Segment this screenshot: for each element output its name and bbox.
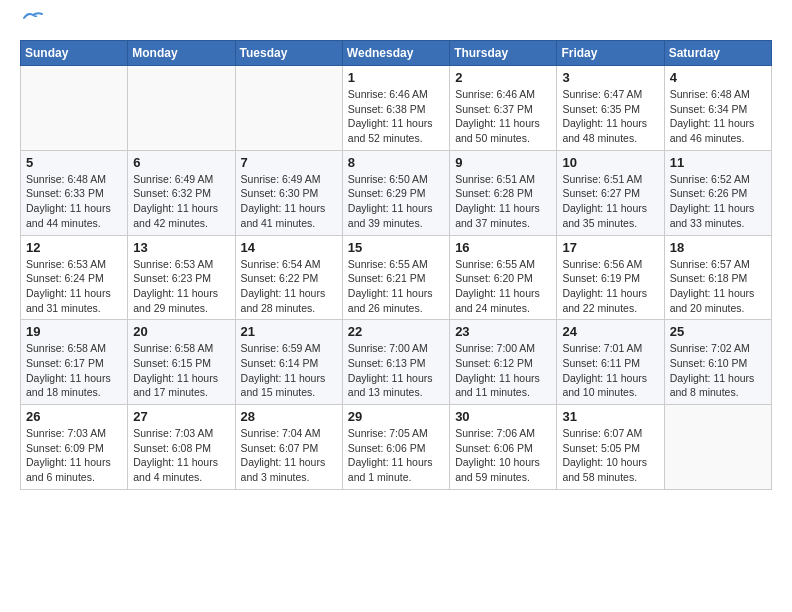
day-info: Sunrise: 6:47 AM Sunset: 6:35 PM Dayligh… <box>562 87 658 146</box>
day-info: Sunrise: 7:05 AM Sunset: 6:06 PM Dayligh… <box>348 426 444 485</box>
calendar-cell <box>128 66 235 151</box>
weekday-header-sunday: Sunday <box>21 41 128 66</box>
calendar-cell: 17Sunrise: 6:56 AM Sunset: 6:19 PM Dayli… <box>557 235 664 320</box>
weekday-header-row: SundayMondayTuesdayWednesdayThursdayFrid… <box>21 41 772 66</box>
day-info: Sunrise: 7:00 AM Sunset: 6:13 PM Dayligh… <box>348 341 444 400</box>
calendar-cell: 6Sunrise: 6:49 AM Sunset: 6:32 PM Daylig… <box>128 150 235 235</box>
calendar-cell: 30Sunrise: 7:06 AM Sunset: 6:06 PM Dayli… <box>450 405 557 490</box>
day-info: Sunrise: 7:03 AM Sunset: 6:09 PM Dayligh… <box>26 426 122 485</box>
day-info: Sunrise: 6:51 AM Sunset: 6:28 PM Dayligh… <box>455 172 551 231</box>
calendar-cell: 12Sunrise: 6:53 AM Sunset: 6:24 PM Dayli… <box>21 235 128 320</box>
weekday-header-monday: Monday <box>128 41 235 66</box>
calendar-table: SundayMondayTuesdayWednesdayThursdayFrid… <box>20 40 772 490</box>
calendar-cell: 15Sunrise: 6:55 AM Sunset: 6:21 PM Dayli… <box>342 235 449 320</box>
calendar-cell: 1Sunrise: 6:46 AM Sunset: 6:38 PM Daylig… <box>342 66 449 151</box>
day-number: 17 <box>562 240 658 255</box>
day-info: Sunrise: 6:54 AM Sunset: 6:22 PM Dayligh… <box>241 257 337 316</box>
weekday-header-tuesday: Tuesday <box>235 41 342 66</box>
calendar-week-row: 26Sunrise: 7:03 AM Sunset: 6:09 PM Dayli… <box>21 405 772 490</box>
day-number: 27 <box>133 409 229 424</box>
day-number: 21 <box>241 324 337 339</box>
day-number: 30 <box>455 409 551 424</box>
logo-bird-icon <box>22 10 44 24</box>
calendar-week-row: 19Sunrise: 6:58 AM Sunset: 6:17 PM Dayli… <box>21 320 772 405</box>
calendar-cell: 18Sunrise: 6:57 AM Sunset: 6:18 PM Dayli… <box>664 235 771 320</box>
weekday-header-saturday: Saturday <box>664 41 771 66</box>
weekday-header-wednesday: Wednesday <box>342 41 449 66</box>
calendar-cell <box>664 405 771 490</box>
day-number: 22 <box>348 324 444 339</box>
day-number: 11 <box>670 155 766 170</box>
day-number: 26 <box>26 409 122 424</box>
calendar-cell: 5Sunrise: 6:48 AM Sunset: 6:33 PM Daylig… <box>21 150 128 235</box>
day-number: 9 <box>455 155 551 170</box>
day-info: Sunrise: 6:49 AM Sunset: 6:32 PM Dayligh… <box>133 172 229 231</box>
day-info: Sunrise: 6:49 AM Sunset: 6:30 PM Dayligh… <box>241 172 337 231</box>
calendar-cell: 7Sunrise: 6:49 AM Sunset: 6:30 PM Daylig… <box>235 150 342 235</box>
calendar-cell: 16Sunrise: 6:55 AM Sunset: 6:20 PM Dayli… <box>450 235 557 320</box>
day-info: Sunrise: 6:59 AM Sunset: 6:14 PM Dayligh… <box>241 341 337 400</box>
day-number: 10 <box>562 155 658 170</box>
calendar-cell: 8Sunrise: 6:50 AM Sunset: 6:29 PM Daylig… <box>342 150 449 235</box>
calendar-cell: 25Sunrise: 7:02 AM Sunset: 6:10 PM Dayli… <box>664 320 771 405</box>
day-info: Sunrise: 6:46 AM Sunset: 6:38 PM Dayligh… <box>348 87 444 146</box>
day-info: Sunrise: 7:01 AM Sunset: 6:11 PM Dayligh… <box>562 341 658 400</box>
day-info: Sunrise: 6:55 AM Sunset: 6:21 PM Dayligh… <box>348 257 444 316</box>
day-number: 19 <box>26 324 122 339</box>
calendar-cell: 23Sunrise: 7:00 AM Sunset: 6:12 PM Dayli… <box>450 320 557 405</box>
weekday-header-friday: Friday <box>557 41 664 66</box>
day-number: 16 <box>455 240 551 255</box>
day-number: 8 <box>348 155 444 170</box>
calendar-cell: 4Sunrise: 6:48 AM Sunset: 6:34 PM Daylig… <box>664 66 771 151</box>
day-number: 3 <box>562 70 658 85</box>
calendar-cell: 10Sunrise: 6:51 AM Sunset: 6:27 PM Dayli… <box>557 150 664 235</box>
day-info: Sunrise: 6:07 AM Sunset: 5:05 PM Dayligh… <box>562 426 658 485</box>
day-info: Sunrise: 6:53 AM Sunset: 6:24 PM Dayligh… <box>26 257 122 316</box>
day-number: 24 <box>562 324 658 339</box>
day-number: 25 <box>670 324 766 339</box>
day-info: Sunrise: 7:03 AM Sunset: 6:08 PM Dayligh… <box>133 426 229 485</box>
day-info: Sunrise: 6:48 AM Sunset: 6:34 PM Dayligh… <box>670 87 766 146</box>
header <box>20 20 772 24</box>
day-info: Sunrise: 7:00 AM Sunset: 6:12 PM Dayligh… <box>455 341 551 400</box>
calendar-cell: 9Sunrise: 6:51 AM Sunset: 6:28 PM Daylig… <box>450 150 557 235</box>
day-info: Sunrise: 6:48 AM Sunset: 6:33 PM Dayligh… <box>26 172 122 231</box>
day-number: 2 <box>455 70 551 85</box>
weekday-header-thursday: Thursday <box>450 41 557 66</box>
day-info: Sunrise: 6:55 AM Sunset: 6:20 PM Dayligh… <box>455 257 551 316</box>
calendar-cell: 3Sunrise: 6:47 AM Sunset: 6:35 PM Daylig… <box>557 66 664 151</box>
day-number: 31 <box>562 409 658 424</box>
day-info: Sunrise: 6:46 AM Sunset: 6:37 PM Dayligh… <box>455 87 551 146</box>
day-number: 12 <box>26 240 122 255</box>
calendar-cell: 31Sunrise: 6:07 AM Sunset: 5:05 PM Dayli… <box>557 405 664 490</box>
calendar-cell: 21Sunrise: 6:59 AM Sunset: 6:14 PM Dayli… <box>235 320 342 405</box>
calendar-cell: 19Sunrise: 6:58 AM Sunset: 6:17 PM Dayli… <box>21 320 128 405</box>
calendar-cell: 13Sunrise: 6:53 AM Sunset: 6:23 PM Dayli… <box>128 235 235 320</box>
day-info: Sunrise: 6:58 AM Sunset: 6:15 PM Dayligh… <box>133 341 229 400</box>
day-info: Sunrise: 7:02 AM Sunset: 6:10 PM Dayligh… <box>670 341 766 400</box>
calendar-week-row: 12Sunrise: 6:53 AM Sunset: 6:24 PM Dayli… <box>21 235 772 320</box>
day-info: Sunrise: 7:06 AM Sunset: 6:06 PM Dayligh… <box>455 426 551 485</box>
day-number: 7 <box>241 155 337 170</box>
day-number: 23 <box>455 324 551 339</box>
calendar-cell: 20Sunrise: 6:58 AM Sunset: 6:15 PM Dayli… <box>128 320 235 405</box>
calendar-cell: 26Sunrise: 7:03 AM Sunset: 6:09 PM Dayli… <box>21 405 128 490</box>
day-number: 18 <box>670 240 766 255</box>
day-number: 29 <box>348 409 444 424</box>
calendar-body: 1Sunrise: 6:46 AM Sunset: 6:38 PM Daylig… <box>21 66 772 490</box>
calendar-cell: 29Sunrise: 7:05 AM Sunset: 6:06 PM Dayli… <box>342 405 449 490</box>
calendar-cell <box>21 66 128 151</box>
calendar-cell <box>235 66 342 151</box>
day-number: 4 <box>670 70 766 85</box>
calendar-cell: 2Sunrise: 6:46 AM Sunset: 6:37 PM Daylig… <box>450 66 557 151</box>
day-info: Sunrise: 6:57 AM Sunset: 6:18 PM Dayligh… <box>670 257 766 316</box>
calendar-cell: 27Sunrise: 7:03 AM Sunset: 6:08 PM Dayli… <box>128 405 235 490</box>
day-number: 14 <box>241 240 337 255</box>
calendar-week-row: 5Sunrise: 6:48 AM Sunset: 6:33 PM Daylig… <box>21 150 772 235</box>
day-info: Sunrise: 6:53 AM Sunset: 6:23 PM Dayligh… <box>133 257 229 316</box>
day-number: 28 <box>241 409 337 424</box>
day-number: 15 <box>348 240 444 255</box>
day-info: Sunrise: 6:56 AM Sunset: 6:19 PM Dayligh… <box>562 257 658 316</box>
calendar-week-row: 1Sunrise: 6:46 AM Sunset: 6:38 PM Daylig… <box>21 66 772 151</box>
day-info: Sunrise: 6:50 AM Sunset: 6:29 PM Dayligh… <box>348 172 444 231</box>
